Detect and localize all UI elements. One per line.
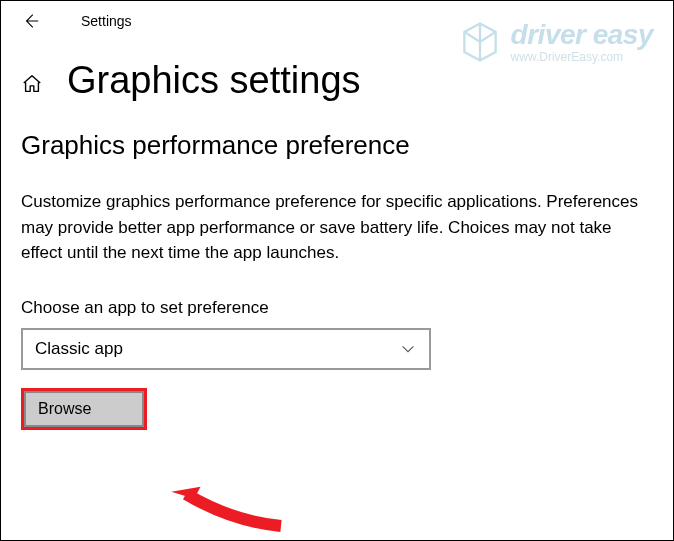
app-type-dropdown[interactable]: Classic app: [21, 328, 431, 370]
section-description: Customize graphics performance preferenc…: [21, 189, 641, 266]
dropdown-selected-text: Classic app: [35, 339, 123, 359]
watermark: driver easy www.DriverEasy.com: [457, 19, 653, 65]
watermark-main: driver easy: [511, 21, 653, 49]
back-arrow-icon: [22, 12, 40, 30]
browse-button[interactable]: Browse: [24, 391, 144, 427]
watermark-logo-icon: [457, 19, 503, 65]
browse-button-highlight: Browse: [21, 388, 147, 430]
annotation-arrow-icon: [171, 476, 291, 536]
content: Graphics performance preference Customiz…: [1, 102, 673, 450]
page-title: Graphics settings: [67, 59, 361, 102]
browse-button-label: Browse: [38, 400, 91, 418]
chevron-down-icon: [399, 340, 417, 358]
section-heading: Graphics performance preference: [21, 130, 653, 161]
watermark-sub: www.DriverEasy.com: [511, 51, 653, 63]
topbar-title: Settings: [81, 13, 132, 29]
home-icon: [21, 73, 43, 95]
back-button[interactable]: [21, 11, 41, 31]
choose-app-label: Choose an app to set preference: [21, 298, 653, 318]
watermark-text: driver easy www.DriverEasy.com: [511, 21, 653, 63]
